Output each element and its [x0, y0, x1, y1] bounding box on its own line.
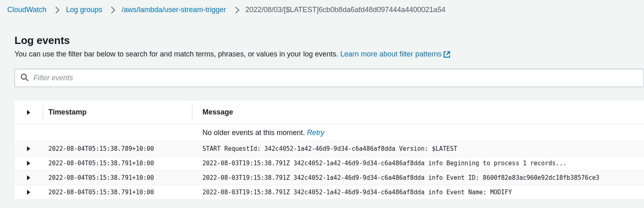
chevron-right-icon	[53, 6, 60, 13]
expand-row-toggle[interactable]	[27, 190, 30, 195]
column-header-timestamp[interactable]: Timestamp	[43, 108, 192, 116]
subtitle-text: You can use the filter bar below to sear…	[15, 50, 340, 58]
table-row[interactable]: 2022-08-04T05:15:38.791+10:00 2022-08-03…	[15, 171, 644, 185]
cell-message: 2022-08-03T19:15:38.791Z 342c4052-1a42-4…	[192, 174, 644, 181]
expand-row-toggle[interactable]	[27, 161, 30, 166]
breadcrumb-link-log-group-name[interactable]: /aws/lambda/user-stream-trigger	[121, 6, 226, 14]
chevron-right-icon	[232, 6, 239, 13]
column-header-message[interactable]: Message	[192, 108, 644, 116]
filter-input[interactable]	[33, 74, 638, 82]
log-events-table: Timestamp Message No older events at thi…	[15, 100, 644, 200]
svg-line-1	[26, 79, 28, 81]
cell-message: 2022-08-03T19:15:38.791Z 342c4052-1a42-4…	[192, 160, 644, 167]
retry-link[interactable]: Retry	[307, 129, 324, 137]
no-older-events-text: No older events at this moment.	[202, 129, 307, 137]
filter-bar[interactable]	[15, 69, 644, 87]
no-older-events-row: No older events at this moment. Retry	[15, 125, 644, 141]
table-row[interactable]: 2022-08-04T05:15:38.791+10:00 2022-08-03…	[15, 156, 644, 171]
breadcrumb-link-cloudwatch[interactable]: CloudWatch	[7, 6, 46, 14]
cell-timestamp: 2022-08-04T05:15:38.791+10:00	[43, 160, 192, 167]
search-icon	[21, 73, 29, 83]
log-events-panel: Log events You can use the filter bar be…	[3, 25, 644, 200]
page-title: Log events	[15, 34, 644, 47]
cell-message: START RequestId: 342c4052-1a42-46d9-9d34…	[192, 145, 644, 152]
breadcrumb: CloudWatch Log groups /aws/lambda/user-s…	[0, 0, 644, 25]
cell-message: 2022-08-03T19:15:38.791Z 342c4052-1a42-4…	[192, 189, 644, 196]
expand-row-toggle[interactable]	[27, 146, 30, 151]
table-row[interactable]: 2022-08-04T05:15:38.791+10:00 2022-08-03…	[15, 185, 644, 200]
cell-timestamp: 2022-08-04T05:15:38.791+10:00	[43, 174, 192, 181]
cell-timestamp: 2022-08-04T05:15:38.789+10:00	[43, 145, 192, 152]
learn-more-link[interactable]: Learn more about filter patterns	[340, 50, 450, 58]
page-subtitle: You can use the filter bar below to sear…	[15, 49, 644, 59]
expand-all-cell	[15, 110, 43, 115]
expand-all-toggle[interactable]	[27, 110, 30, 115]
chevron-right-icon	[108, 6, 115, 13]
breadcrumb-link-log-groups[interactable]: Log groups	[66, 6, 102, 14]
cell-timestamp: 2022-08-04T05:15:38.791+10:00	[43, 189, 192, 196]
external-link-icon	[443, 51, 450, 58]
table-header-row: Timestamp Message	[15, 100, 644, 125]
expand-row-toggle[interactable]	[27, 175, 30, 180]
breadcrumb-current-stream: 2022/08/03/[$LATEST]6cb0b8da6afd48d09744…	[246, 6, 446, 14]
svg-point-0	[21, 74, 27, 79]
table-row[interactable]: 2022-08-04T05:15:38.789+10:00 START Requ…	[15, 141, 644, 156]
